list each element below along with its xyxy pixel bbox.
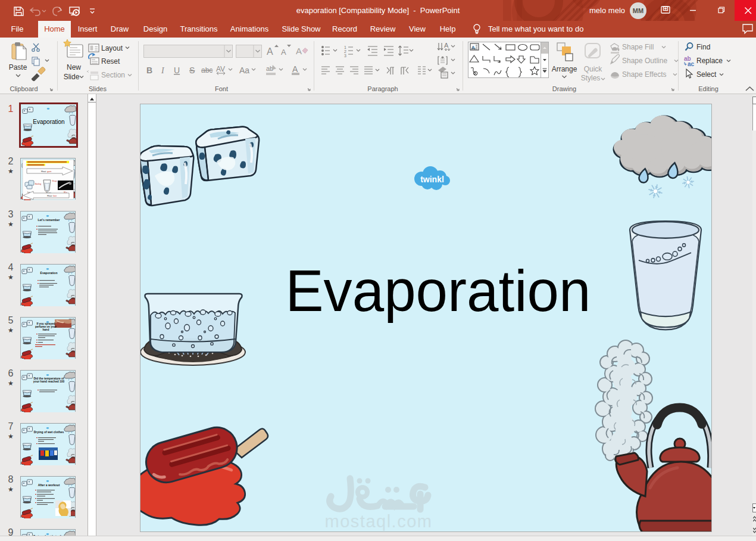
svg-text:Evaporation: Evaporation xyxy=(286,258,591,324)
svg-text:B: B xyxy=(146,66,152,75)
svg-text:U: U xyxy=(174,66,180,75)
svg-text:A: A xyxy=(296,46,302,56)
svg-text:A: A xyxy=(267,46,273,57)
svg-text:Paste: Paste xyxy=(9,63,27,71)
svg-text:Evap: Evap xyxy=(52,180,57,182)
svg-text:Aa: Aa xyxy=(239,66,249,75)
svg-text:Heat: Heat xyxy=(47,194,52,197)
svg-text:twinkl: twinkl xyxy=(420,175,444,184)
svg-text:Shape Fill: Shape Fill xyxy=(622,43,654,51)
svg-text:A: A xyxy=(471,45,476,51)
svg-text:Arrange: Arrange xyxy=(552,65,577,73)
svg-text:Drying of wet clothes: Drying of wet clothes xyxy=(34,430,64,434)
svg-text:Shape Outline: Shape Outline xyxy=(622,57,667,65)
svg-text:Heat: Heat xyxy=(41,170,46,173)
svg-text:Reset: Reset xyxy=(101,57,120,66)
svg-text:hand: hand xyxy=(43,328,49,331)
svg-text:Quick: Quick xyxy=(584,65,603,73)
svg-text:2: 2 xyxy=(344,49,346,54)
svg-text:Replace: Replace xyxy=(696,57,723,65)
svg-text:Let's remember: Let's remember xyxy=(38,218,60,222)
svg-text:Boiling: Boiling xyxy=(35,183,41,185)
svg-text:Evaporation: Evaporation xyxy=(40,271,58,275)
svg-text:lost: lost xyxy=(53,194,57,197)
svg-text:gain: gain xyxy=(47,170,52,173)
svg-text:A: A xyxy=(444,42,449,49)
svg-text:Evaporation: Evaporation xyxy=(33,119,64,125)
svg-text:your hand reached 100: your hand reached 100 xyxy=(33,380,65,383)
svg-text:A: A xyxy=(292,64,298,74)
svg-text:New: New xyxy=(67,63,81,71)
svg-text:Select: Select xyxy=(696,70,717,79)
svg-text:Slide: Slide xyxy=(64,73,80,81)
svg-text:1: 1 xyxy=(344,45,346,49)
svg-text:abc: abc xyxy=(201,66,213,74)
svg-text:3: 3 xyxy=(344,54,346,58)
svg-text:Styles: Styles xyxy=(581,74,601,82)
svg-text:Shape Effects: Shape Effects xyxy=(622,70,667,79)
svg-text:Layout: Layout xyxy=(101,44,123,52)
svg-text:Section: Section xyxy=(101,71,125,79)
svg-text:ac: ac xyxy=(688,61,695,67)
svg-text:S: S xyxy=(189,66,195,75)
svg-text:After a workout: After a workout xyxy=(38,483,60,487)
svg-text:Find: Find xyxy=(696,43,710,51)
svg-text:I: I xyxy=(161,66,165,75)
svg-text:A: A xyxy=(281,48,286,57)
svg-text:mostaql.com: mostaql.com xyxy=(325,512,433,531)
